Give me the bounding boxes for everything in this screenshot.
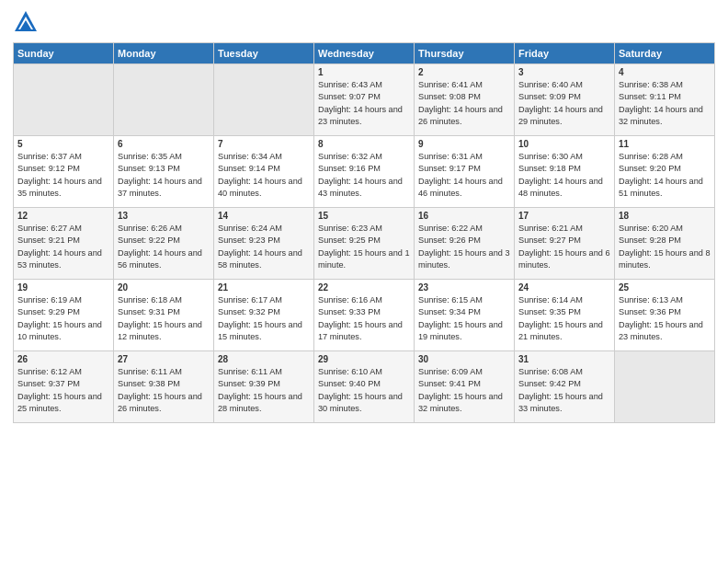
day-number: 1 xyxy=(318,67,410,77)
calendar-cell xyxy=(214,64,314,136)
cell-info: Sunrise: 6:21 AMSunset: 9:27 PMDaylight:… xyxy=(518,223,610,271)
cell-info: Sunrise: 6:41 AMSunset: 9:08 PMDaylight:… xyxy=(418,79,510,128)
logo-icon xyxy=(13,9,39,35)
calendar-table: SundayMondayTuesdayWednesdayThursdayFrid… xyxy=(13,42,715,423)
calendar-cell: 31Sunrise: 6:08 AMSunset: 9:42 PMDayligh… xyxy=(515,351,615,423)
calendar-cell: 22Sunrise: 6:16 AMSunset: 9:33 PMDayligh… xyxy=(314,280,415,351)
calendar-cell: 19Sunrise: 6:19 AMSunset: 9:29 PMDayligh… xyxy=(14,280,114,351)
day-number: 12 xyxy=(17,211,109,221)
calendar-cell: 21Sunrise: 6:17 AMSunset: 9:32 PMDayligh… xyxy=(214,280,314,351)
cell-info: Sunrise: 6:38 AMSunset: 9:11 PMDaylight:… xyxy=(619,79,711,128)
calendar-body: 1Sunrise: 6:43 AMSunset: 9:07 PMDaylight… xyxy=(14,64,715,423)
day-number: 30 xyxy=(418,354,510,364)
calendar-cell: 27Sunrise: 6:11 AMSunset: 9:38 PMDayligh… xyxy=(114,351,214,423)
logo xyxy=(13,9,42,35)
cell-info: Sunrise: 6:20 AMSunset: 9:28 PMDaylight:… xyxy=(619,223,711,271)
cell-info: Sunrise: 6:16 AMSunset: 9:33 PMDaylight:… xyxy=(318,294,410,343)
day-header-friday: Friday xyxy=(515,43,615,64)
calendar-cell xyxy=(14,64,114,136)
cell-info: Sunrise: 6:12 AMSunset: 9:37 PMDaylight:… xyxy=(17,366,109,415)
cell-info: Sunrise: 6:26 AMSunset: 9:22 PMDaylight:… xyxy=(118,223,210,271)
calendar-cell: 23Sunrise: 6:15 AMSunset: 9:34 PMDayligh… xyxy=(415,280,515,351)
calendar-cell: 10Sunrise: 6:30 AMSunset: 9:18 PMDayligh… xyxy=(515,136,615,208)
calendar-cell: 5Sunrise: 6:37 AMSunset: 9:12 PMDaylight… xyxy=(14,136,114,208)
calendar-cell: 13Sunrise: 6:26 AMSunset: 9:22 PMDayligh… xyxy=(114,208,214,280)
day-number: 6 xyxy=(118,139,210,149)
day-number: 16 xyxy=(418,211,510,221)
day-number: 10 xyxy=(518,139,610,149)
day-number: 13 xyxy=(118,211,210,221)
day-number: 8 xyxy=(318,139,410,149)
cell-info: Sunrise: 6:11 AMSunset: 9:38 PMDaylight:… xyxy=(118,366,210,415)
calendar-cell: 4Sunrise: 6:38 AMSunset: 9:11 PMDaylight… xyxy=(615,64,715,136)
calendar-cell: 9Sunrise: 6:31 AMSunset: 9:17 PMDaylight… xyxy=(415,136,515,208)
week-row-5: 26Sunrise: 6:12 AMSunset: 9:37 PMDayligh… xyxy=(14,351,715,423)
cell-info: Sunrise: 6:13 AMSunset: 9:36 PMDaylight:… xyxy=(619,294,711,343)
cell-info: Sunrise: 6:31 AMSunset: 9:17 PMDaylight:… xyxy=(418,151,510,200)
calendar-header: SundayMondayTuesdayWednesdayThursdayFrid… xyxy=(14,43,715,64)
day-header-wednesday: Wednesday xyxy=(314,43,415,64)
calendar-cell: 2Sunrise: 6:41 AMSunset: 9:08 PMDaylight… xyxy=(415,64,515,136)
header xyxy=(13,9,715,35)
day-number: 27 xyxy=(118,354,210,364)
day-number: 3 xyxy=(518,67,610,77)
calendar-cell: 28Sunrise: 6:11 AMSunset: 9:39 PMDayligh… xyxy=(214,351,314,423)
day-number: 25 xyxy=(619,282,711,293)
day-number: 26 xyxy=(17,354,109,364)
day-number: 31 xyxy=(518,354,610,364)
day-number: 19 xyxy=(17,282,109,293)
day-header-sunday: Sunday xyxy=(14,43,114,64)
day-number: 9 xyxy=(418,139,510,149)
day-number: 21 xyxy=(218,282,310,293)
cell-info: Sunrise: 6:32 AMSunset: 9:16 PMDaylight:… xyxy=(318,151,410,200)
day-number: 29 xyxy=(318,354,410,364)
cell-info: Sunrise: 6:18 AMSunset: 9:31 PMDaylight:… xyxy=(118,294,210,343)
calendar-page: SundayMondayTuesdayWednesdayThursdayFrid… xyxy=(0,0,728,563)
cell-info: Sunrise: 6:09 AMSunset: 9:41 PMDaylight:… xyxy=(418,366,510,415)
cell-info: Sunrise: 6:30 AMSunset: 9:18 PMDaylight:… xyxy=(518,151,610,200)
cell-info: Sunrise: 6:35 AMSunset: 9:13 PMDaylight:… xyxy=(118,151,210,200)
week-row-3: 12Sunrise: 6:27 AMSunset: 9:21 PMDayligh… xyxy=(14,208,715,280)
cell-info: Sunrise: 6:14 AMSunset: 9:35 PMDaylight:… xyxy=(518,294,610,343)
cell-info: Sunrise: 6:11 AMSunset: 9:39 PMDaylight:… xyxy=(218,366,310,415)
day-number: 11 xyxy=(619,139,711,149)
week-row-4: 19Sunrise: 6:19 AMSunset: 9:29 PMDayligh… xyxy=(14,280,715,351)
calendar-cell: 26Sunrise: 6:12 AMSunset: 9:37 PMDayligh… xyxy=(14,351,114,423)
cell-info: Sunrise: 6:40 AMSunset: 9:09 PMDaylight:… xyxy=(518,79,610,128)
cell-info: Sunrise: 6:37 AMSunset: 9:12 PMDaylight:… xyxy=(17,151,109,200)
cell-info: Sunrise: 6:10 AMSunset: 9:40 PMDaylight:… xyxy=(318,366,410,415)
calendar-cell: 11Sunrise: 6:28 AMSunset: 9:20 PMDayligh… xyxy=(615,136,715,208)
day-header-saturday: Saturday xyxy=(615,43,715,64)
header-row: SundayMondayTuesdayWednesdayThursdayFrid… xyxy=(14,43,715,64)
day-number: 22 xyxy=(318,282,410,293)
cell-info: Sunrise: 6:15 AMSunset: 9:34 PMDaylight:… xyxy=(418,294,510,343)
calendar-cell: 7Sunrise: 6:34 AMSunset: 9:14 PMDaylight… xyxy=(214,136,314,208)
calendar-cell: 3Sunrise: 6:40 AMSunset: 9:09 PMDaylight… xyxy=(515,64,615,136)
calendar-cell: 20Sunrise: 6:18 AMSunset: 9:31 PMDayligh… xyxy=(114,280,214,351)
calendar-cell: 30Sunrise: 6:09 AMSunset: 9:41 PMDayligh… xyxy=(415,351,515,423)
day-number: 2 xyxy=(418,67,510,77)
day-header-thursday: Thursday xyxy=(415,43,515,64)
day-number: 18 xyxy=(619,211,711,221)
calendar-cell: 25Sunrise: 6:13 AMSunset: 9:36 PMDayligh… xyxy=(615,280,715,351)
calendar-cell: 16Sunrise: 6:22 AMSunset: 9:26 PMDayligh… xyxy=(415,208,515,280)
calendar-cell: 24Sunrise: 6:14 AMSunset: 9:35 PMDayligh… xyxy=(515,280,615,351)
calendar-cell: 6Sunrise: 6:35 AMSunset: 9:13 PMDaylight… xyxy=(114,136,214,208)
cell-info: Sunrise: 6:28 AMSunset: 9:20 PMDaylight:… xyxy=(619,151,711,200)
cell-info: Sunrise: 6:27 AMSunset: 9:21 PMDaylight:… xyxy=(17,223,109,271)
day-number: 5 xyxy=(17,139,109,149)
calendar-cell: 15Sunrise: 6:23 AMSunset: 9:25 PMDayligh… xyxy=(314,208,415,280)
day-header-monday: Monday xyxy=(114,43,214,64)
cell-info: Sunrise: 6:23 AMSunset: 9:25 PMDaylight:… xyxy=(318,223,410,271)
day-number: 4 xyxy=(619,67,711,77)
cell-info: Sunrise: 6:34 AMSunset: 9:14 PMDaylight:… xyxy=(218,151,310,200)
day-number: 15 xyxy=(318,211,410,221)
calendar-cell: 14Sunrise: 6:24 AMSunset: 9:23 PMDayligh… xyxy=(214,208,314,280)
cell-info: Sunrise: 6:19 AMSunset: 9:29 PMDaylight:… xyxy=(17,294,109,343)
cell-info: Sunrise: 6:24 AMSunset: 9:23 PMDaylight:… xyxy=(218,223,310,271)
week-row-1: 1Sunrise: 6:43 AMSunset: 9:07 PMDaylight… xyxy=(14,64,715,136)
week-row-2: 5Sunrise: 6:37 AMSunset: 9:12 PMDaylight… xyxy=(14,136,715,208)
cell-info: Sunrise: 6:17 AMSunset: 9:32 PMDaylight:… xyxy=(218,294,310,343)
cell-info: Sunrise: 6:43 AMSunset: 9:07 PMDaylight:… xyxy=(318,79,410,128)
calendar-cell xyxy=(615,351,715,423)
